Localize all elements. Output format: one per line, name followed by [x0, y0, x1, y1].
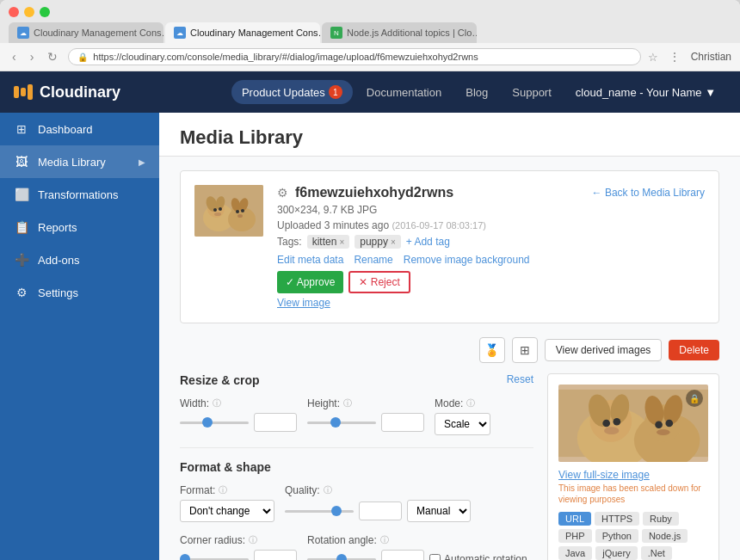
- width-input[interactable]: 300: [254, 413, 297, 432]
- two-column-layout: Resize & crop Reset Width: ⓘ: [180, 373, 719, 560]
- rename-button[interactable]: Rename: [354, 254, 392, 266]
- approve-button[interactable]: ✓ Approve: [277, 271, 343, 293]
- refresh-button[interactable]: ↻: [44, 48, 61, 65]
- sdk-java[interactable]: Java: [558, 546, 592, 560]
- auto-rotation-label: Automatic rotation: [429, 553, 527, 560]
- format-select[interactable]: Don't change: [180, 500, 274, 522]
- tab-label-2: Cloudinary Management Cons…: [190, 28, 320, 38]
- remove-bg-button[interactable]: Remove image background: [404, 254, 530, 266]
- sdk-https[interactable]: HTTPS: [595, 512, 639, 526]
- reset-button[interactable]: Reset: [507, 373, 533, 387]
- rotation-info-icon[interactable]: ⓘ: [380, 534, 389, 546]
- media-thumbnail: [194, 185, 263, 237]
- product-updates-button[interactable]: Product Updates 1: [231, 80, 353, 104]
- media-details: ⚙ f6mewzuiehxohyd2rwns ← Back to Media L…: [277, 185, 705, 309]
- view-derived-button[interactable]: View derived images: [545, 339, 663, 361]
- sidebar-item-dashboard[interactable]: ⊞ Dashboard: [0, 113, 159, 145]
- mode-info-icon[interactable]: ⓘ: [466, 397, 475, 409]
- corner-input[interactable]: 0: [254, 550, 297, 560]
- browser-tab-3[interactable]: N Node.js Additional topics | Clo… ✕: [322, 22, 477, 43]
- quality-input[interactable]: 80: [359, 502, 402, 520]
- thumbnail-image: [194, 185, 263, 237]
- minimize-dot[interactable]: [24, 7, 34, 17]
- browser-tab-2[interactable]: ☁ Cloudinary Management Cons… ✕: [165, 22, 320, 43]
- svg-point-29: [657, 429, 670, 435]
- height-group: Height: ⓘ 234: [307, 397, 424, 435]
- delete-button[interactable]: Delete: [669, 340, 719, 360]
- width-group: Width: ⓘ 300: [180, 397, 297, 435]
- media-library-icon: 🖼: [14, 155, 29, 169]
- account-button[interactable]: cloud_name - Your Name ▼: [565, 81, 726, 104]
- tag-kitten-remove[interactable]: ×: [339, 237, 344, 247]
- sdk-jquery[interactable]: jQuery: [595, 546, 637, 560]
- svg-point-25: [614, 418, 621, 426]
- svg-point-9: [213, 208, 217, 212]
- quality-slider[interactable]: [285, 510, 354, 513]
- tab-label-1: Cloudinary Management Cons…: [34, 28, 163, 38]
- svg-point-27: [665, 420, 673, 428]
- preview-card: 🔒 View full-size image This image has be…: [547, 373, 719, 560]
- mode-select[interactable]: Scale: [435, 413, 490, 435]
- sidebar-item-addons[interactable]: ➕ Add-ons: [0, 243, 159, 276]
- maximize-dot[interactable]: [40, 7, 50, 17]
- width-info-icon[interactable]: ⓘ: [213, 397, 221, 409]
- sdk-net[interactable]: .Net: [641, 546, 672, 560]
- sdk-php[interactable]: PHP: [558, 529, 592, 543]
- sidebar-label-dashboard: Dashboard: [38, 123, 93, 136]
- tab-label-3: Node.js Additional topics | Clo…: [347, 28, 477, 38]
- media-dimensions: 300×234, 9.7 KB JPG: [277, 204, 705, 216]
- edit-meta-button[interactable]: Edit meta data: [277, 254, 343, 266]
- back-button[interactable]: ‹: [9, 48, 20, 65]
- blog-button[interactable]: Blog: [455, 81, 498, 104]
- width-slider[interactable]: [180, 422, 249, 424]
- resize-section-header: Resize & crop Reset: [180, 373, 533, 387]
- sidebar-item-settings[interactable]: ⚙ Settings: [0, 276, 159, 309]
- corner-info-icon[interactable]: ⓘ: [249, 534, 257, 546]
- top-nav-links: Product Updates 1 Documentation Blog Sup…: [231, 80, 726, 104]
- sdk-url[interactable]: URL: [558, 512, 591, 526]
- lock-icon: 🔒: [77, 52, 88, 62]
- sidebar-item-media-library[interactable]: 🖼 Media Library ▶: [0, 145, 159, 178]
- bookmark-icon[interactable]: ☆: [648, 51, 658, 64]
- quality-label: Quality:: [285, 484, 320, 496]
- award-icon-button[interactable]: 🏅: [479, 337, 505, 363]
- media-library-arrow: ▶: [139, 157, 145, 167]
- address-bar[interactable]: 🔒 https://cloudinary.com/console/media_l…: [68, 48, 640, 65]
- user-label: Christian: [691, 51, 731, 63]
- quality-mode-select[interactable]: Manual: [407, 500, 471, 522]
- height-label: Height:: [307, 397, 340, 409]
- sidebar-item-transformations[interactable]: ⬜ Transformations: [0, 178, 159, 211]
- add-tag-button[interactable]: + Add tag: [406, 236, 450, 248]
- tab-icon-1: ☁: [17, 27, 29, 39]
- quality-group: Quality: ⓘ 80 Manual: [285, 484, 471, 522]
- forward-button[interactable]: ›: [27, 48, 38, 65]
- view-image-link[interactable]: View image: [277, 297, 330, 309]
- back-to-library-link[interactable]: ← Back to Media Library: [592, 187, 705, 199]
- height-input[interactable]: 234: [381, 413, 424, 432]
- quality-info-icon[interactable]: ⓘ: [324, 484, 332, 496]
- sdk-ruby[interactable]: Ruby: [643, 512, 679, 526]
- format-info-icon[interactable]: ⓘ: [219, 484, 227, 496]
- height-info-icon[interactable]: ⓘ: [343, 397, 352, 409]
- reject-button[interactable]: ✕ Reject: [348, 271, 410, 293]
- sdk-nodejs[interactable]: Node.js: [642, 529, 688, 543]
- media-actions: Edit meta data Rename Remove image backg…: [277, 254, 705, 266]
- view-full-size-link[interactable]: View full-size image: [558, 469, 708, 481]
- close-dot[interactable]: [9, 7, 19, 17]
- tab-icon-3: N: [330, 27, 342, 39]
- documentation-button[interactable]: Documentation: [356, 81, 452, 104]
- settings-icon: ⚙: [14, 286, 29, 299]
- height-slider[interactable]: [307, 422, 376, 424]
- top-navigation: Cloudinary Product Updates 1 Documentati…: [0, 71, 740, 113]
- sdk-python[interactable]: Python: [595, 529, 638, 543]
- crop-icon-button[interactable]: ⊞: [512, 337, 538, 363]
- rotation-input[interactable]: 0: [381, 550, 424, 560]
- sidebar-item-reports[interactable]: 📋 Reports: [0, 211, 159, 243]
- browser-tab-1[interactable]: ☁ Cloudinary Management Cons… ✕: [9, 22, 163, 43]
- menu-icon[interactable]: ⋮: [665, 48, 684, 65]
- transform-toolbar: 🏅 ⊞ View derived images Delete: [180, 337, 719, 363]
- auto-rotation-checkbox[interactable]: [429, 554, 441, 561]
- support-button[interactable]: Support: [502, 81, 562, 104]
- tag-puppy-remove[interactable]: ×: [391, 237, 396, 247]
- tab-icon-2: ☁: [174, 27, 186, 39]
